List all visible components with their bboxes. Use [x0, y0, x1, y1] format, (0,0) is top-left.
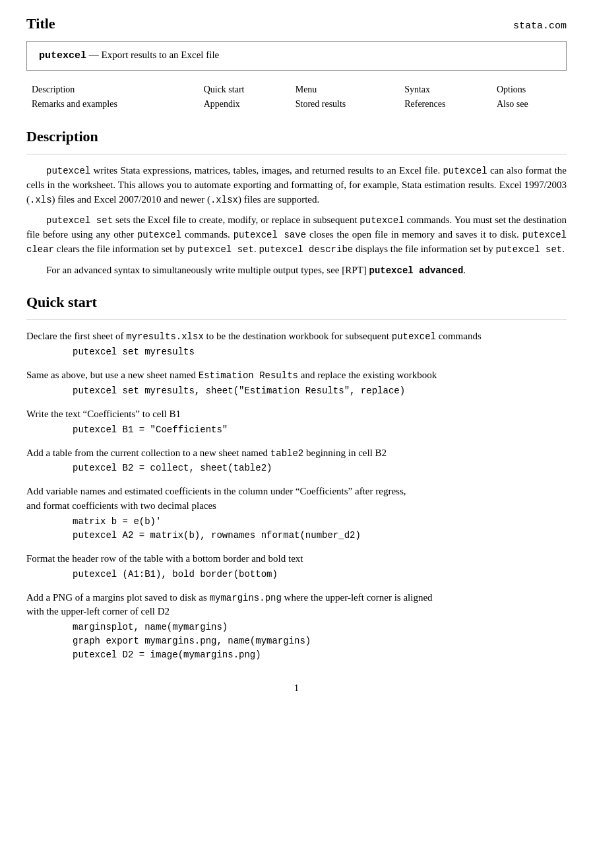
description-heading: Description	[26, 126, 567, 147]
xls-ext: .xls	[30, 195, 52, 205]
nav-quickstart[interactable]: Quick start	[204, 84, 245, 94]
description-section: Description putexcel writes Stata expres…	[26, 126, 567, 277]
putexcel-set-inline-3: putexcel set	[495, 244, 562, 255]
qs-estimation-results: Estimation Results	[199, 370, 298, 381]
qs-myresults-xlsx: myresults.xlsx	[126, 331, 204, 342]
qs-desc-1: Declare the first sheet of myresults.xls…	[26, 329, 567, 344]
nav-options[interactable]: Options	[497, 84, 526, 94]
qs-desc-4: Add a table from the current collection …	[26, 446, 567, 461]
nav-references[interactable]: References	[404, 99, 445, 109]
qs-item-3: Write the text “Coefficients” to cell B1…	[26, 407, 567, 437]
putexcel-describe-inline: putexcel describe	[259, 244, 353, 255]
page-number: 1	[26, 682, 567, 695]
description-divider	[26, 154, 567, 154]
qs-item-4: Add a table from the current collection …	[26, 446, 567, 476]
putexcel-inline-2: putexcel	[443, 166, 487, 176]
page-header: Title stata.com	[26, 13, 567, 34]
title-box: putexcel — Export results to an Excel fi…	[26, 41, 567, 71]
putexcel-inline-3: putexcel	[359, 215, 404, 226]
qs-code-7a: marginsplot, name(mymargins)	[73, 620, 567, 634]
title-dash: —	[89, 50, 99, 60]
putexcel-inline-4: putexcel	[137, 230, 181, 240]
putexcel-set-inline: putexcel set	[46, 215, 113, 226]
putexcel-set-inline-2: putexcel set	[187, 244, 254, 255]
nav-appendix[interactable]: Appendix	[204, 99, 240, 109]
qs-code-2: putexcel set myresults, sheet("Estimatio…	[73, 384, 567, 398]
qs-code-5a: matrix b = e(b)'	[73, 515, 567, 529]
command-name: putexcel	[39, 50, 86, 61]
qs-desc-3: Write the text “Coefficients” to cell B1	[26, 407, 567, 422]
nav-menu[interactable]: Menu	[296, 84, 317, 94]
nav-also-see[interactable]: Also see	[497, 99, 528, 109]
putexcel-save-inline: putexcel save	[234, 230, 306, 240]
description-para-3: For an advanced syntax to simultaneously…	[26, 263, 567, 278]
nav-remarks[interactable]: Remarks and examples	[32, 99, 117, 109]
qs-desc-2: Same as above, but use a new sheet named…	[26, 368, 567, 383]
nav-syntax[interactable]: Syntax	[404, 84, 430, 94]
description-para-1: putexcel writes Stata expressions, matri…	[26, 164, 567, 207]
nav-stored-results[interactable]: Stored results	[296, 99, 346, 109]
putexcel-inline-1: putexcel	[46, 166, 90, 176]
stata-com-link[interactable]: stata.com	[513, 19, 567, 34]
qs-desc-5: Add variable names and estimated coeffic…	[26, 484, 567, 514]
qs-code-3: putexcel B1 = "Coefficients"	[73, 423, 567, 437]
xlsx-ext: .xlsx	[210, 195, 238, 205]
nav-description[interactable]: Description	[32, 84, 75, 94]
nav-table: Description Quick start Menu Syntax Opti…	[26, 83, 567, 112]
qs-desc-6: Format the header row of the table with …	[26, 552, 567, 566]
qs-code-7b: graph export mymargins.png, name(mymargi…	[73, 634, 567, 648]
qs-code-5b: putexcel A2 = matrix(b), rownames nforma…	[73, 529, 567, 543]
qs-item-6: Format the header row of the table with …	[26, 552, 567, 582]
qs-code-6: putexcel (A1:B1), bold border(bottom)	[73, 568, 567, 582]
qs-item-1: Declare the first sheet of myresults.xls…	[26, 329, 567, 359]
quickstart-divider	[26, 319, 567, 320]
qs-item-5: Add variable names and estimated coeffic…	[26, 484, 567, 543]
qs-code-4: putexcel B2 = collect, sheet(table2)	[73, 461, 567, 475]
page-title: Title	[26, 13, 55, 34]
description-para-2: putexcel set sets the Excel file to crea…	[26, 213, 567, 256]
qs-desc-7: Add a PNG of a margins plot saved to dis…	[26, 591, 567, 620]
qs-code-1: putexcel set myresults	[73, 345, 567, 359]
quickstart-heading: Quick start	[26, 292, 567, 313]
qs-putexcel-ref1: putexcel	[392, 331, 436, 342]
qs-item-2: Same as above, but use a new sheet named…	[26, 368, 567, 398]
title-description: Export results to an Excel file	[102, 50, 220, 60]
putexcel-advanced-ref: putexcel advanced	[369, 265, 464, 276]
qs-code-7c: putexcel D2 = image(mymargins.png)	[73, 648, 567, 662]
quickstart-section: Quick start Declare the first sheet of m…	[26, 292, 567, 662]
qs-item-7: Add a PNG of a margins plot saved to dis…	[26, 591, 567, 663]
qs-table2: table2	[270, 448, 303, 459]
qs-mymargins-png: mymargins.png	[210, 593, 282, 603]
